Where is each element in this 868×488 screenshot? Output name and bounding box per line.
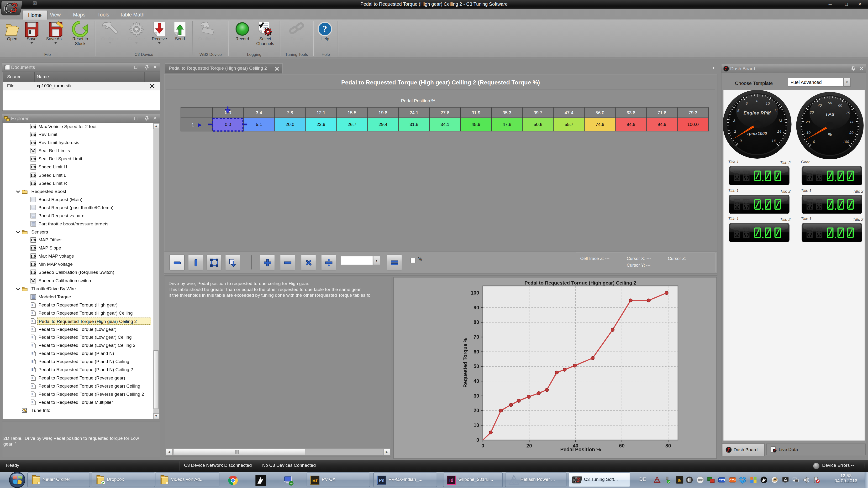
svg-text:60: 60 <box>473 349 479 354</box>
svg-text:Pedal Position %: Pedal Position % <box>560 447 601 452</box>
svg-text:0: 0 <box>740 138 742 143</box>
svg-text:60: 60 <box>838 103 842 107</box>
svg-text:Engine RPM: Engine RPM <box>743 110 771 116</box>
svg-text:0: 0 <box>476 437 479 443</box>
svg-text:CC3: CC3 <box>719 479 725 482</box>
svg-text:14: 14 <box>777 129 781 133</box>
svg-text:80: 80 <box>665 443 671 448</box>
svg-text:100: 100 <box>843 139 849 143</box>
svg-text:Ps: Ps <box>379 478 384 483</box>
svg-text:Requested Torque %: Requested Torque % <box>463 338 468 388</box>
svg-text:3: 3 <box>10 0 18 15</box>
svg-text:CC4: CC4 <box>729 479 736 482</box>
svg-text:13: 13 <box>778 119 782 123</box>
svg-text:0: 0 <box>482 443 484 448</box>
svg-text:?: ? <box>323 24 327 34</box>
svg-text:0: 0 <box>813 139 815 143</box>
svg-text:3: 3 <box>733 119 735 123</box>
svg-text:6: 6 <box>746 101 748 105</box>
svg-text:10: 10 <box>806 130 811 134</box>
svg-text:rpmx1000: rpmx1000 <box>747 131 767 136</box>
svg-text:16: 16 <box>772 138 776 143</box>
svg-text:60: 60 <box>619 443 625 448</box>
svg-text:5: 5 <box>737 108 739 112</box>
svg-text:90: 90 <box>473 305 479 310</box>
svg-text:Br: Br <box>678 478 682 482</box>
svg-text:%: % <box>828 132 832 137</box>
svg-text:30: 30 <box>473 393 479 398</box>
svg-text:30: 30 <box>809 110 814 114</box>
svg-text:70: 70 <box>846 110 850 114</box>
svg-text:TPS: TPS <box>825 112 835 117</box>
svg-text:90: 90 <box>849 130 854 134</box>
svg-text:20: 20 <box>473 408 479 413</box>
svg-text:11: 11 <box>774 108 778 112</box>
svg-text:100: 100 <box>471 290 479 295</box>
svg-text:40: 40 <box>818 103 822 107</box>
svg-text:3: 3 <box>576 476 580 484</box>
svg-text:80: 80 <box>850 120 855 124</box>
svg-text:50: 50 <box>828 101 832 105</box>
svg-text:40: 40 <box>473 378 479 384</box>
svg-text:Br: Br <box>312 478 317 483</box>
svg-text:20: 20 <box>805 120 810 124</box>
svg-text:20: 20 <box>526 443 532 448</box>
svg-text:10: 10 <box>473 422 479 428</box>
svg-text:10: 10 <box>766 101 770 105</box>
svg-text:Id: Id <box>449 478 454 483</box>
svg-text:50: 50 <box>473 363 479 369</box>
svg-text:80: 80 <box>473 319 479 325</box>
svg-text:2: 2 <box>734 129 736 133</box>
svg-text:8: 8 <box>756 99 758 103</box>
svg-text:70: 70 <box>473 334 479 339</box>
